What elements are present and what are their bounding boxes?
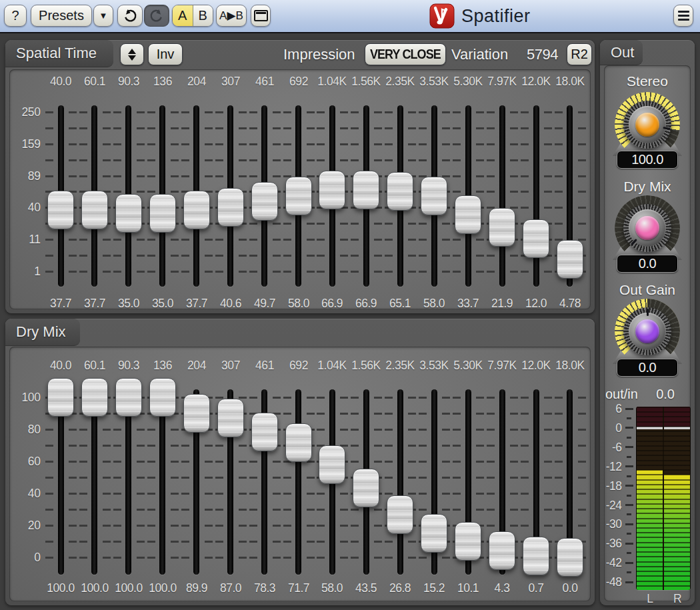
ab-switch-a[interactable]: A: [173, 5, 193, 26]
dry-mix-slider-thumb[interactable]: [353, 469, 379, 507]
spatial-time-tick-marks: [147, 111, 155, 273]
meter-major-tick: [625, 562, 633, 564]
spatial-time-freq-label: 136: [153, 74, 172, 89]
dry-mix-slider-track[interactable]: [58, 389, 64, 575]
spatial-time-slider-thumb[interactable]: [183, 191, 210, 229]
compact-view-button[interactable]: [251, 5, 271, 27]
dry-mix-slider-track[interactable]: [295, 389, 301, 575]
meter-minor-tick: [627, 571, 631, 573]
dry-mix-slider-thumb[interactable]: [523, 537, 549, 575]
dry-mix-freq-label: 40.0: [50, 358, 71, 373]
dry-mix-slider-thumb[interactable]: [81, 378, 108, 417]
spatial-time-slider-thumb[interactable]: [251, 182, 278, 221]
dry-mix-tick-marks: [171, 397, 179, 559]
spatial-time-slider-thumb[interactable]: [47, 191, 74, 229]
ab-switch-group: A B: [172, 5, 213, 27]
spatial-time-slider-thumb[interactable]: [421, 177, 447, 215]
spatial-time-freq-label: 307: [221, 74, 240, 89]
spatial-time-slider-thumb[interactable]: [217, 188, 244, 227]
dry-mix-slider-thumb[interactable]: [421, 514, 447, 553]
variation-value[interactable]: 5794: [527, 46, 558, 63]
dry-mix-slider-thumb[interactable]: [489, 531, 515, 570]
spatial-time-slider-thumb[interactable]: [285, 177, 312, 215]
dry-mix-slider-thumb[interactable]: [183, 394, 210, 433]
dry-mix-slider-track[interactable]: [125, 389, 131, 575]
dry-mix-freq-label: 18.0K: [555, 358, 584, 373]
dry-mix-tick-marks: [103, 397, 111, 559]
undo-button[interactable]: [117, 5, 143, 27]
dry-mix-slider-thumb[interactable]: [115, 378, 142, 417]
ab-switch-b[interactable]: B: [193, 5, 213, 26]
tab-spatial-time[interactable]: Spatial Time: [5, 40, 113, 67]
dry-mix-slider-thumb[interactable]: [251, 413, 278, 451]
invert-button[interactable]: Inv: [148, 43, 183, 65]
spatial-time-slider-thumb[interactable]: [115, 194, 142, 233]
dry-mix-axis-tick-label: 80: [16, 422, 41, 437]
spatial-time-freq-label: 1.56K: [352, 74, 381, 89]
stereo-value-box[interactable]: 100.0: [617, 151, 678, 169]
spatial-time-slider-thumb[interactable]: [523, 219, 549, 258]
spatial-time-slider-thumb[interactable]: [81, 191, 108, 229]
tab-dry-mix[interactable]: Dry Mix: [5, 319, 80, 346]
meter-minor-tick: [627, 437, 631, 439]
dry-mix-slider-track[interactable]: [91, 389, 97, 575]
spatial-time-slider-value: 37.7: [84, 296, 105, 311]
spatial-time-slider-thumb[interactable]: [149, 194, 176, 233]
dry-mix-slider-thumb[interactable]: [285, 423, 312, 462]
out-gain-knob[interactable]: [615, 299, 680, 364]
meter-bar-l: [637, 407, 663, 590]
dry-mix-slider-value: 0.7: [529, 581, 544, 595]
presets-dropdown-button[interactable]: ▼: [93, 5, 113, 27]
spatial-time-slider-thumb[interactable]: [489, 208, 515, 247]
group-spinner-button[interactable]: [120, 43, 144, 65]
dry-mix-knob[interactable]: [615, 195, 680, 261]
dry-mix-slider-track[interactable]: [397, 389, 403, 575]
dry-mix-slider-thumb[interactable]: [47, 378, 74, 417]
dry-mix-slider-thumb[interactable]: [217, 399, 244, 437]
dry-mix-slider-thumb[interactable]: [387, 495, 413, 534]
variation-label: Variation: [451, 46, 508, 63]
dry-mix-knob-label: Dry Mix: [600, 179, 695, 195]
dry-mix-value-box[interactable]: 0.0: [617, 255, 678, 273]
spatial-time-slider-thumb[interactable]: [353, 171, 379, 209]
redo-button[interactable]: [144, 5, 169, 27]
help-button[interactable]: ?: [4, 5, 27, 27]
a-to-b-copy-button[interactable]: A▶B: [216, 5, 247, 27]
menu-button[interactable]: [673, 5, 693, 27]
spatial-time-slider-thumb[interactable]: [319, 171, 345, 209]
stereo-knob[interactable]: [615, 92, 680, 157]
dry-mix-slider-thumb[interactable]: [557, 538, 583, 577]
dry-mix-slider-thumb[interactable]: [455, 522, 481, 561]
dry-mix-tick-marks: [113, 397, 121, 559]
meter-peak-indicator: [664, 427, 690, 429]
knob-pointer-icon: [647, 309, 649, 316]
dry-mix-slider-thumb[interactable]: [319, 445, 345, 484]
dry-mix-slider-track[interactable]: [159, 389, 165, 575]
spatial-time-slider-thumb[interactable]: [387, 172, 413, 211]
spatial-time-slider-value: 66.9: [355, 296, 377, 311]
dry-mix-tick-marks: [307, 397, 315, 559]
dry-mix-slider-thumb[interactable]: [149, 378, 176, 417]
impression-value-button[interactable]: VERY CLOSE: [365, 43, 446, 65]
spatial-time-freq-label: 40.0: [50, 74, 71, 89]
dry-mix-freq-label: 5.30K: [453, 358, 482, 373]
spatial-time-freq-label: 5.30K: [453, 74, 482, 89]
out-panel: Out Stereo 100.0 Dry Mix 0.0 Out Gain 0.…: [600, 40, 695, 605]
spatial-time-tick-marks: [137, 111, 145, 273]
spatial-time-slider-track[interactable]: [499, 105, 505, 287]
spatial-time-slider-thumb[interactable]: [455, 195, 481, 234]
dry-mix-tick-marks: [79, 397, 87, 559]
meter-minor-tick: [627, 475, 631, 477]
tab-out[interactable]: Out: [600, 40, 643, 65]
out-gain-value-box[interactable]: 0.0: [617, 359, 678, 377]
meter-major-tick: [625, 504, 633, 506]
meter-level-l: [637, 470, 663, 590]
randomize-button[interactable]: R2: [567, 43, 592, 65]
spatial-time-slider-thumb[interactable]: [557, 240, 583, 279]
spatial-time-freq-label: 461: [255, 74, 274, 89]
spatial-time-axis-tick-label: 1: [16, 264, 41, 279]
spatial-time-freq-label: 60.1: [84, 74, 105, 89]
presets-button[interactable]: Presets: [31, 5, 92, 27]
spatial-time-slider-track[interactable]: [533, 105, 539, 287]
spatial-time-axis-tick-label: 40: [16, 200, 41, 215]
